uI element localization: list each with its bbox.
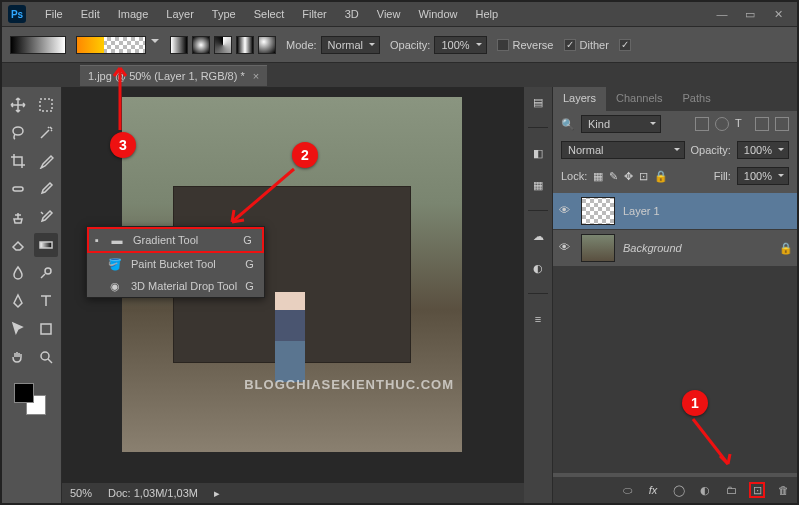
lock-all-icon[interactable]: 🔒 [654,170,668,183]
foreground-color[interactable] [14,383,34,403]
radial-gradient-button[interactable] [192,36,210,54]
tab-layers[interactable]: Layers [553,87,606,111]
blend-mode-dropdown[interactable]: Normal [321,36,380,54]
arrow-1 [688,414,738,474]
brush-tool[interactable] [34,177,58,201]
document-tab[interactable]: 1.jpg @ 50% (Layer 1, RGB/8) * × [80,65,267,86]
group-layers-icon[interactable]: 🗀 [723,482,739,498]
tab-paths[interactable]: Paths [673,87,721,111]
paint-bucket-icon: 🪣 [107,257,123,271]
layer-name[interactable]: Background [623,242,771,254]
angle-gradient-button[interactable] [214,36,232,54]
healing-brush-tool[interactable] [6,177,30,201]
menu-layer[interactable]: Layer [157,8,203,20]
zoom-level[interactable]: 50% [70,487,92,499]
marquee-tool[interactable] [34,93,58,117]
menu-edit[interactable]: Edit [72,8,109,20]
layer-opacity-input[interactable]: 100% [737,141,789,159]
layer-name[interactable]: Layer 1 [623,205,791,217]
history-brush-tool[interactable] [34,205,58,229]
crop-tool[interactable] [6,149,30,173]
eyedropper-tool[interactable] [34,149,58,173]
new-layer-icon[interactable]: ⊡ [749,482,765,498]
move-tool[interactable] [6,93,30,117]
color-panel-icon[interactable]: ◧ [529,144,547,162]
lock-transparency-icon[interactable]: ▦ [593,170,603,183]
diamond-gradient-button[interactable] [258,36,276,54]
layer-thumbnail[interactable] [581,234,615,262]
menu-window[interactable]: Window [409,8,466,20]
lock-position-icon[interactable]: ✥ [624,170,633,183]
link-layers-icon[interactable]: ⬭ [619,482,635,498]
tool-flyout-menu: ▪ ▬ Gradient Tool G 🪣 Paint Bucket Tool … [86,226,265,298]
menu-item-paint-bucket-tool[interactable]: 🪣 Paint Bucket Tool G [87,253,264,275]
lock-artboard-icon[interactable]: ⊡ [639,170,648,183]
3d-material-icon: ◉ [107,279,123,293]
magic-wand-tool[interactable] [34,121,58,145]
shape-tool[interactable] [34,317,58,341]
layer-filter-dropdown[interactable]: Kind [581,115,661,133]
layer-blend-mode-dropdown[interactable]: Normal [561,141,685,159]
layer-row[interactable]: 👁 Background 🔒 [553,230,797,267]
svg-rect-5 [41,324,51,334]
layers-panel-footer: ⬭ fx ◯ ◐ 🗀 ⊡ 🗑 [553,477,797,503]
transparency-checkbox[interactable] [619,39,631,51]
color-swatches[interactable] [14,383,46,415]
visibility-toggle-icon[interactable]: 👁 [559,204,573,218]
maximize-button[interactable]: ▭ [743,7,757,21]
fill-input[interactable]: 100% [737,167,789,185]
close-tab-icon[interactable]: × [253,70,259,82]
adjustment-layer-icon[interactable]: ◐ [697,482,713,498]
menu-file[interactable]: File [36,8,72,20]
filter-smart-icon[interactable] [775,117,789,131]
menu-help[interactable]: Help [467,8,508,20]
clone-stamp-tool[interactable] [6,205,30,229]
layer-effects-icon[interactable]: fx [645,482,661,498]
dodge-tool[interactable] [34,261,58,285]
menu-view[interactable]: View [368,8,410,20]
lock-icon: 🔒 [779,242,791,255]
reverse-checkbox[interactable] [497,39,509,51]
dither-checkbox[interactable] [564,39,576,51]
libraries-panel-icon[interactable]: ☁ [529,227,547,245]
filter-shape-icon[interactable] [755,117,769,131]
opacity-input[interactable]: 100% [434,36,486,54]
minimize-button[interactable]: ― [715,7,729,21]
adjustments-panel-icon[interactable]: ◐ [529,259,547,277]
filter-pixel-icon[interactable] [695,117,709,131]
gradient-tool[interactable] [34,233,58,257]
status-chevron-icon[interactable]: ▸ [214,487,220,500]
hand-tool[interactable] [6,345,30,369]
properties-panel-icon[interactable]: ≡ [529,310,547,328]
filter-adjustment-icon[interactable] [715,117,729,131]
type-tool[interactable] [34,289,58,313]
blur-tool[interactable] [6,261,30,285]
lock-pixels-icon[interactable]: ✎ [609,170,618,183]
tab-channels[interactable]: Channels [606,87,672,111]
search-icon[interactable]: 🔍 [561,118,575,131]
layer-row[interactable]: 👁 Layer 1 [553,193,797,230]
zoom-tool[interactable] [34,345,58,369]
lasso-tool[interactable] [6,121,30,145]
menu-select[interactable]: Select [245,8,294,20]
menu-3d[interactable]: 3D [336,8,368,20]
eraser-tool[interactable] [6,233,30,257]
menu-image[interactable]: Image [109,8,158,20]
visibility-toggle-icon[interactable]: 👁 [559,241,573,255]
path-selection-tool[interactable] [6,317,30,341]
linear-gradient-button[interactable] [170,36,188,54]
history-panel-icon[interactable]: ▤ [529,93,547,111]
reflected-gradient-button[interactable] [236,36,254,54]
pen-tool[interactable] [6,289,30,313]
delete-layer-icon[interactable]: 🗑 [775,482,791,498]
foreground-background-gradient-icon[interactable] [10,36,66,54]
menu-item-3d-material-drop-tool[interactable]: ◉ 3D Material Drop Tool G [87,275,264,297]
tool-label: 3D Material Drop Tool [131,280,237,292]
menu-filter[interactable]: Filter [293,8,335,20]
menu-type[interactable]: Type [203,8,245,20]
add-mask-icon[interactable]: ◯ [671,482,687,498]
close-button[interactable]: ✕ [771,7,785,21]
swatches-panel-icon[interactable]: ▦ [529,176,547,194]
layer-thumbnail[interactable] [581,197,615,225]
gradient-picker[interactable] [76,36,146,54]
